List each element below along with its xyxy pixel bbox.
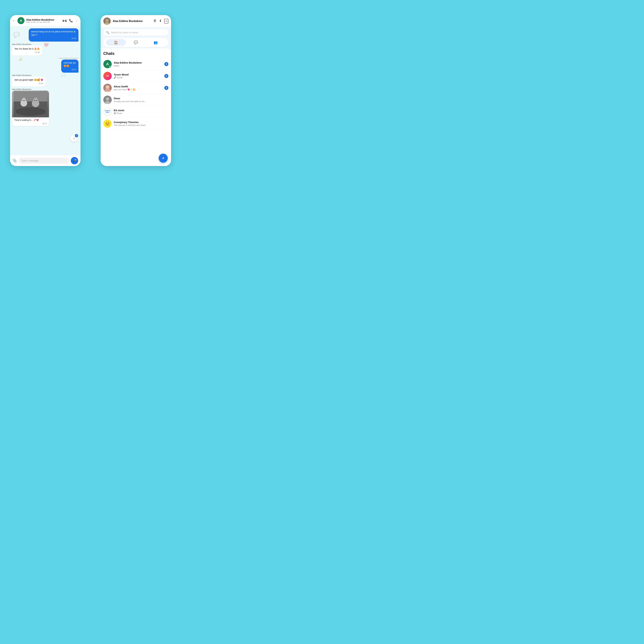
message-text: cool see ya 🥰🥰 <box>64 61 75 67</box>
mic-icon: 🎤 <box>72 159 77 163</box>
message-bubble-out: wanna hang out at my place tommorrow at … <box>29 28 78 42</box>
chat-list-item[interactable]: EnglishStars ES zoom 🖼 Photo <box>103 106 168 118</box>
es-zoom-label: EnglishStars <box>105 110 110 113</box>
message-bubble-out: cool see ya 🥰🥰 02:46 <box>61 60 78 73</box>
es-zoom-avatar: EnglishStars <box>103 108 112 116</box>
contact-info: Tyson Wood 🎤 00:06 <box>114 73 162 79</box>
cat-photo <box>12 91 49 117</box>
unread-badge: 3 <box>164 62 168 66</box>
contact-status: Seen at Sat, 22 Jun 2024 00:... <box>26 21 61 23</box>
omer-avatar-svg <box>103 96 112 104</box>
search-icon: 🔍 <box>106 31 109 34</box>
svg-rect-21 <box>105 89 110 91</box>
message-time: 02:46 <box>31 37 76 40</box>
chat-list-item[interactable]: Alexa Smith see you soon 💗✨💥 3 <box>103 82 168 94</box>
avatar-svg <box>103 17 111 25</box>
chats-icon: 💬 <box>134 40 138 44</box>
chats-section: Chats A Alaa Eddine Boubekeur yuiyiu 3 T… <box>101 48 171 166</box>
contact-info: Ömer Usually you won't be able to clo... <box>114 97 168 103</box>
sender-name: Alaa Eddine Boubekeur <box>12 74 46 76</box>
contact-info: Alaa Eddine Boubekeur yuiyiu <box>114 61 162 67</box>
message-preview: 🖼 Photo <box>114 112 168 115</box>
contact-name: Ömer <box>114 97 168 100</box>
people-icon: 👥 <box>154 40 158 44</box>
svg-point-11 <box>23 100 24 101</box>
header-info: Alaa Eddine Boubekeur Seen at Sat, 22 Ju… <box>26 18 61 23</box>
contact-name: Conspiracy Theories <box>114 121 168 124</box>
tab-people[interactable]: 👥 <box>146 39 166 46</box>
chat-list-item[interactable]: 😟 Conspiracy Theories The internet is fi… <box>103 118 168 130</box>
sender-name: Alaa Eddine Boubekeur <box>12 88 49 90</box>
message-preview: Usually you won't be able to clo... <box>114 100 168 103</box>
video-call-icon[interactable]: ▶▮ <box>63 19 67 22</box>
preview-text: Photo <box>117 112 122 115</box>
message-preview: 🎤 00:06 <box>114 76 162 79</box>
chats-title: Chats <box>103 51 168 56</box>
search-input-wrap[interactable]: 🔍 Search for users or rooms <box>103 29 168 36</box>
tab-chats[interactable]: 💬 <box>126 39 146 46</box>
chat-body: wanna hang out at my place tommorrow at … <box>10 26 81 155</box>
phone-call-icon[interactable]: 📞 <box>69 19 73 22</box>
unread-badge: 5 <box>164 74 168 78</box>
unread-badge: 3 <box>75 134 78 137</box>
message-text: Yes I'm down for it 🔥🔥 <box>14 47 40 50</box>
svg-point-16 <box>105 19 109 22</box>
attach-icon[interactable]: 📎 <box>12 158 17 163</box>
chat-input-bar: 📎 Type a message 🎤 <box>10 155 81 166</box>
chat-list-item[interactable]: Ömer Usually you won't be able to clo... <box>103 94 168 106</box>
svg-point-23 <box>106 97 109 101</box>
left-phone: ← A Alaa Eddine Boubekeur Seen at Sat, 2… <box>10 15 81 166</box>
contact-name: ES zoom <box>114 109 168 112</box>
cat-svg <box>14 91 47 117</box>
input-placeholder: Type a message <box>21 159 39 162</box>
contact-info: Alexa Smith see you soon 💗✨💥 <box>114 85 162 91</box>
more-options-icon[interactable]: ⋮ <box>75 19 78 22</box>
mic-button[interactable]: 🎤 <box>71 157 78 164</box>
contact-info: Conspiracy Theories The internet is fini… <box>114 121 168 126</box>
chat-list-item[interactable]: TW Tyson Wood 🎤 00:06 5 <box>103 70 168 82</box>
header-avatar <box>103 17 111 25</box>
message-bubble-in-2: See ya good night 🥴🥰 💗 02:46 <box>12 77 46 87</box>
avatar <box>103 96 112 104</box>
message-bubble-in-wrap: Alaa Eddine Boubekeur Yes I'm down for i… <box>12 43 42 56</box>
right-header-name: Alaa Eddine Boubekeur <box>113 20 151 23</box>
right-header: Alaa Eddine Boubekeur 🗑 ⬇ ⇨ <box>101 15 171 27</box>
tab-home[interactable]: 🏠 <box>106 39 126 46</box>
svg-point-14 <box>36 100 37 101</box>
contact-name: Alexa Smith <box>114 85 162 88</box>
plus-icon: + <box>162 155 165 161</box>
mic-preview-icon: 🎤 <box>114 76 116 79</box>
scroll-down-icon: ↓ <box>73 137 75 140</box>
search-placeholder: Search for users or rooms <box>111 31 138 34</box>
delete-icon[interactable]: 🗑 <box>153 19 157 23</box>
download-icon[interactable]: ⬇ <box>159 19 162 23</box>
message-out-labeled-wrap: Alaa Eddine Boubekeur cool see ya 🥰🥰 02:… <box>56 57 78 73</box>
contact-name: Tyson Wood <box>114 73 162 76</box>
unread-badge: 3 <box>164 86 168 90</box>
photo-icon: 🖼 <box>114 112 116 115</box>
message-preview: The internet is finished and dead <box>114 124 168 126</box>
alexa-avatar-svg <box>103 84 112 92</box>
conspiracy-avatar: 😟 <box>103 119 112 128</box>
contact-name: Alaa Eddine Boubekeur <box>26 18 61 21</box>
svg-point-19 <box>106 85 109 89</box>
image-card: They're waiting fo... 💅🏻💗 02:47 <box>12 91 49 126</box>
tab-bar: 🏠 💬 👥 <box>103 38 168 47</box>
new-chat-fab[interactable]: + <box>159 154 168 163</box>
image-time: 02:47 <box>12 123 49 126</box>
contact-info: ES zoom 🖼 Photo <box>114 109 168 115</box>
sender-label: Alaa Eddine Boubekeur <box>56 57 78 59</box>
header-icons: ▶▮ 📞 ⋮ <box>63 19 78 22</box>
exit-icon[interactable]: ⇨ <box>164 19 168 23</box>
svg-point-4 <box>22 99 26 103</box>
message-preview: see you soon 💗✨💥 <box>114 88 162 91</box>
scroll-fab[interactable]: ↓ 3 <box>70 135 77 142</box>
avatar: A <box>103 60 112 68</box>
back-button[interactable]: ← <box>12 19 16 23</box>
message-preview: yuiyiu <box>114 64 162 67</box>
chat-list-item[interactable]: A Alaa Eddine Boubekeur yuiyiu 3 <box>103 58 168 70</box>
preview-text: 00:06 <box>117 76 123 79</box>
message-input[interactable]: Type a message <box>19 158 69 164</box>
cat-image-inner <box>12 91 49 117</box>
sender-name: Alaa Eddine Boubekeur <box>12 43 42 45</box>
